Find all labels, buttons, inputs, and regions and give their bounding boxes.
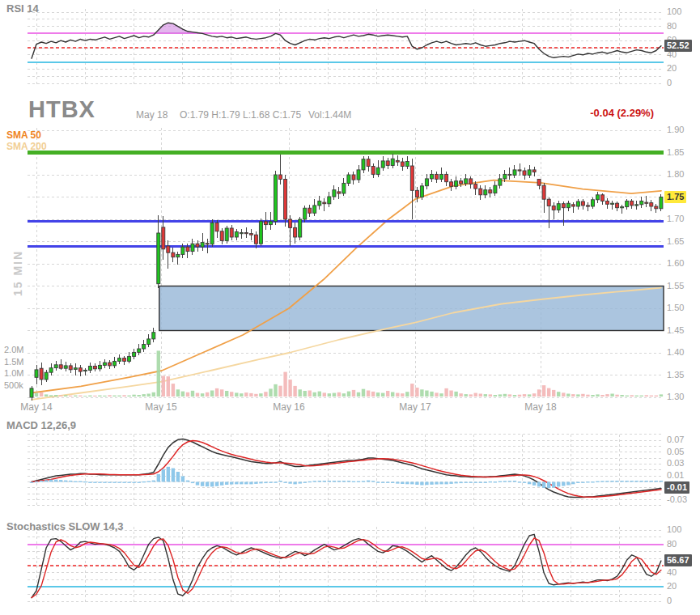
stochastics-last-value-badge: 56.67: [664, 554, 692, 566]
timeframe-label: 15 MIN: [11, 250, 24, 296]
price-axis-tick: 1.55: [667, 281, 684, 291]
macd-panel: [28, 435, 664, 506]
price-axis-tick: 1.60: [667, 258, 684, 268]
macd-last-value-badge: -0.01: [664, 481, 689, 494]
quote-ohlc: O:1.79 H:1.79 L:1.68 C:1.75: [180, 109, 301, 121]
stochastics-axis-tick: 20: [667, 581, 677, 591]
candles-layer: [30, 154, 663, 401]
stochastics-axis-tick: 40: [667, 567, 677, 577]
price-axis-tick: 1.45: [667, 325, 684, 335]
price-change: -0.04 (2.29%): [590, 107, 654, 119]
date-axis-label: May 17: [399, 401, 431, 413]
quote-volume: Vol:1.44M: [308, 109, 351, 121]
rsi-panel: [28, 9, 664, 85]
volume-axis-label: 500k: [4, 380, 23, 390]
date-axis-label: May 16: [273, 401, 304, 413]
sma50-label: SMA 50: [6, 129, 41, 141]
rsi-panel-title: RSI 14: [6, 2, 39, 15]
price-axis-tick: 1.65: [667, 236, 684, 246]
price-axis-tick: 1.50: [667, 303, 684, 312]
macd-axis-tick: 0.05: [667, 447, 684, 456]
sma200-label: SMA 200: [6, 141, 47, 152]
volume-axis-label: 2.0M: [4, 345, 23, 354]
stock-chart-app: RSI 14 HTBX May 18 O:1.79 H:1.79 L:1.68 …: [0, 0, 700, 615]
price-axis-tick: 1.40: [667, 347, 684, 357]
macd-panel-title: MACD 12,26,9: [6, 419, 76, 431]
date-axis-label: May 14: [20, 401, 52, 413]
stochastics-axis-tick: 100: [667, 524, 681, 534]
price-axis-tick: 1.90: [667, 125, 684, 134]
rsi-axis-tick: 0: [667, 78, 672, 87]
macd-axis-tick: 0.03: [667, 458, 684, 468]
price-axis-tick: 1.70: [667, 214, 684, 223]
price-axis-tick: 1.80: [667, 169, 684, 179]
macd-axis-tick: 0.07: [667, 435, 684, 444]
price-axis-tick: 1.35: [667, 370, 684, 380]
last-price-badge: 1.75: [664, 191, 686, 203]
ticker-symbol: HTBX: [28, 96, 95, 123]
rsi-axis-tick: 20: [667, 63, 677, 73]
macd-axis-tick: -0.03: [667, 494, 687, 504]
date-axis-label: May 18: [524, 401, 556, 413]
volume-axis-label: 1.5M: [4, 357, 23, 367]
stochastics-axis-tick: 80: [667, 539, 677, 549]
price-axis-tick: 1.85: [667, 147, 684, 157]
macd-axis-tick: 0.01: [667, 470, 684, 480]
stochastics-panel-title: Stochastics SLOW 14,3: [6, 520, 124, 532]
date-axis-label: May 15: [145, 401, 176, 413]
rsi-axis-tick: 80: [667, 21, 677, 31]
rsi-last-value-badge: 52.52: [664, 40, 692, 52]
stochastics-panel: [28, 527, 664, 603]
price-axis-tick: 1.30: [667, 392, 684, 401]
quote-date: May 18: [136, 109, 168, 121]
volume-bars: [30, 350, 663, 397]
volume-axis-label: 1.0M: [4, 368, 23, 378]
rsi-axis-tick: 100: [667, 6, 681, 16]
stochastics-axis-tick: 0: [667, 596, 672, 605]
